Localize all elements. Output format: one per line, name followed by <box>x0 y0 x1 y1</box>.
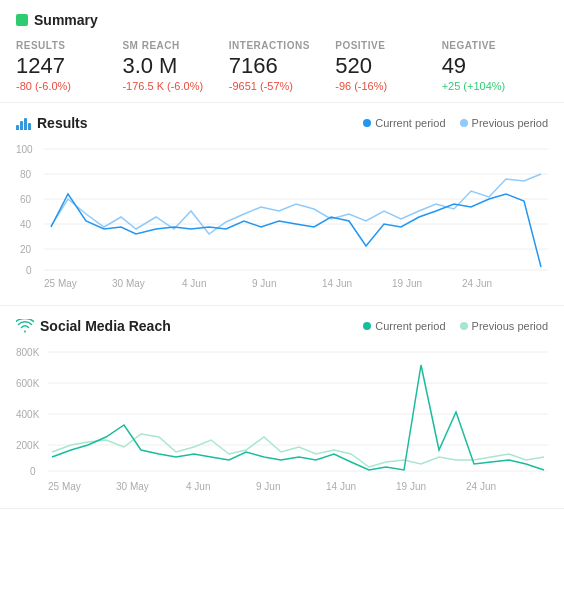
x-30may: 30 May <box>112 278 145 289</box>
results-chart-header: Results Current period Previous period <box>16 115 548 131</box>
metric-label-0: RESULTS <box>16 40 112 51</box>
results-chart-title: Results <box>37 115 88 131</box>
summary-section: Summary RESULTS1247-80 (-6.0%)SM REACH3.… <box>0 0 564 103</box>
rx-30may: 30 May <box>116 481 149 492</box>
reach-current-legend: Current period <box>363 320 445 332</box>
metric-change-1: -176.5 K (-6.0%) <box>122 80 218 92</box>
metric-item-4: NEGATIVE49+25 (+104%) <box>442 40 548 92</box>
results-prev-legend: Previous period <box>460 117 548 129</box>
results-chart-svg: 100 80 60 40 20 0 25 May 30 May 4 Jun 9 … <box>16 139 548 294</box>
results-current-line <box>51 194 541 267</box>
x-25may: 25 May <box>44 278 77 289</box>
reach-current-dot <box>363 322 371 330</box>
results-chart-legend: Current period Previous period <box>363 117 548 129</box>
results-current-dot <box>363 119 371 127</box>
reach-current-line <box>52 365 544 470</box>
rx-24jun: 24 Jun <box>466 481 496 492</box>
metric-value-4: 49 <box>442 53 538 79</box>
y-800k: 800K <box>16 347 40 358</box>
reach-prev-label: Previous period <box>472 320 548 332</box>
metrics-row: RESULTS1247-80 (-6.0%)SM REACH3.0 M-176.… <box>16 40 548 92</box>
x-19jun: 19 Jun <box>392 278 422 289</box>
rx-9jun: 9 Jun <box>256 481 280 492</box>
results-chart-section: Results Current period Previous period 1… <box>0 103 564 306</box>
metric-label-4: NEGATIVE <box>442 40 538 51</box>
y-0: 0 <box>26 265 32 276</box>
y-80: 80 <box>20 169 32 180</box>
metric-change-0: -80 (-6.0%) <box>16 80 112 92</box>
y-40: 40 <box>20 219 32 230</box>
reach-chart-legend: Current period Previous period <box>363 320 548 332</box>
metric-label-1: SM REACH <box>122 40 218 51</box>
metric-label-3: POSITIVE <box>335 40 431 51</box>
summary-title: Summary <box>16 12 548 28</box>
results-prev-label: Previous period <box>472 117 548 129</box>
reach-chart-section: Social Media Reach Current period Previo… <box>0 306 564 509</box>
summary-label: Summary <box>34 12 98 28</box>
reach-chart-title: Social Media Reach <box>40 318 171 334</box>
results-current-legend: Current period <box>363 117 445 129</box>
wifi-icon <box>16 319 34 333</box>
metric-change-3: -96 (-16%) <box>335 80 431 92</box>
metric-value-1: 3.0 M <box>122 53 218 79</box>
metric-item-0: RESULTS1247-80 (-6.0%) <box>16 40 122 92</box>
rx-25may: 25 May <box>48 481 81 492</box>
rx-4jun: 4 Jun <box>186 481 210 492</box>
reach-current-label: Current period <box>375 320 445 332</box>
x-4jun: 4 Jun <box>182 278 206 289</box>
bar-chart-icon <box>16 116 31 130</box>
x-24jun: 24 Jun <box>462 278 492 289</box>
metric-item-2: INTERACTIONS7166-9651 (-57%) <box>229 40 335 92</box>
y-600k: 600K <box>16 378 40 389</box>
metric-item-1: SM REACH3.0 M-176.5 K (-6.0%) <box>122 40 228 92</box>
metric-value-0: 1247 <box>16 53 112 79</box>
reach-chart-header: Social Media Reach Current period Previo… <box>16 318 548 334</box>
results-prev-line <box>51 174 541 234</box>
x-14jun: 14 Jun <box>322 278 352 289</box>
metric-item-3: POSITIVE520-96 (-16%) <box>335 40 441 92</box>
y-200k: 200K <box>16 440 40 451</box>
results-title-group: Results <box>16 115 88 131</box>
metric-change-4: +25 (+104%) <box>442 80 538 92</box>
y-100: 100 <box>16 144 33 155</box>
reach-prev-line <box>52 434 544 467</box>
y-0-reach: 0 <box>30 466 36 477</box>
reach-chart-svg: 800K 600K 400K 200K 0 25 May 30 May 4 Ju… <box>16 342 548 497</box>
reach-title-group: Social Media Reach <box>16 318 171 334</box>
metric-value-2: 7166 <box>229 53 325 79</box>
reach-prev-dot <box>460 322 468 330</box>
metric-change-2: -9651 (-57%) <box>229 80 325 92</box>
y-60: 60 <box>20 194 32 205</box>
y-20: 20 <box>20 244 32 255</box>
rx-19jun: 19 Jun <box>396 481 426 492</box>
results-current-label: Current period <box>375 117 445 129</box>
metric-value-3: 520 <box>335 53 431 79</box>
summary-icon <box>16 14 28 26</box>
rx-14jun: 14 Jun <box>326 481 356 492</box>
y-400k: 400K <box>16 409 40 420</box>
reach-prev-legend: Previous period <box>460 320 548 332</box>
results-prev-dot <box>460 119 468 127</box>
metric-label-2: INTERACTIONS <box>229 40 325 51</box>
x-9jun: 9 Jun <box>252 278 276 289</box>
